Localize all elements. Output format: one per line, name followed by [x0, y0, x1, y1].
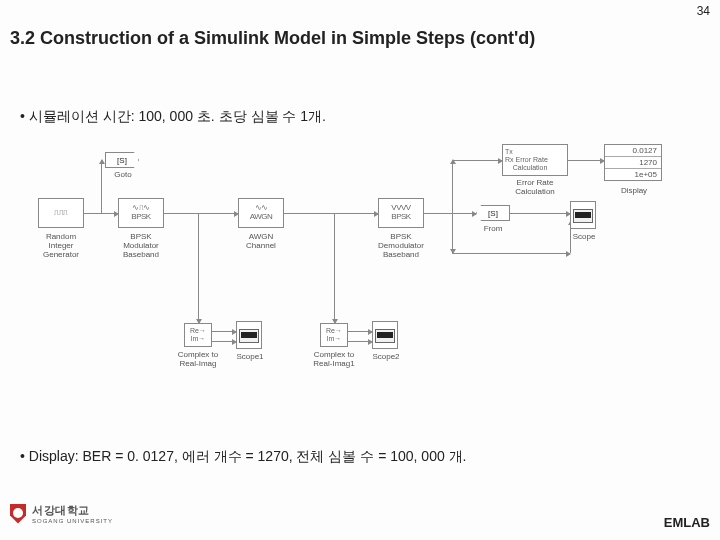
- wire: [334, 213, 335, 323]
- block-awgn: ∿∿AWGN: [238, 198, 284, 228]
- label-bpsk-mod: BPSK Modulator Baseband: [114, 232, 168, 260]
- wire: [348, 341, 372, 342]
- label-goto: Goto: [108, 170, 138, 179]
- block-random-integer: ⎍⎍⎍: [38, 198, 84, 228]
- block-goto: [S]: [105, 152, 139, 168]
- bullet-display-result: Display: BER = 0. 0127, 에러 개수 = 1270, 전체…: [20, 448, 467, 466]
- page-number: 34: [697, 4, 710, 18]
- noise-icon: ∿∿AWGN: [250, 204, 273, 222]
- label-random-integer: Random Integer Generator: [34, 232, 88, 260]
- wire: [198, 213, 199, 323]
- label-awgn: AWGN Channel: [234, 232, 288, 250]
- label-scope: Scope: [566, 232, 602, 241]
- scope-icon: [239, 329, 259, 343]
- block-bpsk-mod: ∿⎍∿BPSK: [118, 198, 164, 228]
- wire: [284, 213, 378, 214]
- wire: [568, 160, 604, 161]
- block-from: [S]: [476, 205, 510, 221]
- wire: [452, 253, 570, 254]
- slide-heading: 3.2 Construction of a Simulink Model in …: [10, 28, 710, 49]
- block-display: 0.0127 1270 1e+05: [604, 144, 662, 181]
- block-bpsk-demod: VVVVBPSK: [378, 198, 424, 228]
- wire: [452, 160, 502, 161]
- label-error-rate: Error Rate Calculation: [508, 178, 562, 196]
- block-scope2: [372, 321, 398, 349]
- label-scope1: Scope1: [232, 352, 268, 361]
- simulink-diagram: ⎍⎍⎍ Random Integer Generator [S] Goto ∿⎍…: [38, 138, 680, 426]
- label-cri1: Complex to Real-Imag: [170, 350, 226, 368]
- from-tag: [S]: [488, 209, 498, 218]
- wire: [424, 213, 476, 214]
- label-from: From: [478, 224, 508, 233]
- wire: [510, 213, 570, 214]
- label-display: Display: [614, 186, 654, 195]
- square-wave-icon: ⎍⎍⎍: [54, 209, 68, 218]
- label-scope2: Scope2: [368, 352, 404, 361]
- block-scope: [570, 201, 596, 229]
- label-cri2: Complex to Real-Imag1: [306, 350, 362, 368]
- bullet-sim-time: 시뮬레이션 시간: 100, 000 초. 초당 심볼 수 1개.: [20, 108, 326, 126]
- display-value-ber: 0.0127: [605, 145, 661, 157]
- scope-icon: [573, 209, 593, 223]
- bpsk-wave-icon: ∿⎍∿BPSK: [131, 204, 150, 222]
- wire: [452, 160, 453, 213]
- footer-lab: EMLAB: [664, 515, 710, 530]
- wire: [212, 341, 236, 342]
- display-value-errors: 1270: [605, 157, 661, 169]
- university-name-en: SOGANG UNIVERSITY: [32, 518, 113, 524]
- goto-tag: [S]: [117, 156, 127, 165]
- block-complex-to-real-imag-1: Re→Im→: [184, 323, 212, 347]
- label-bpsk-demod: BPSK Demodulator Baseband: [370, 232, 432, 260]
- wire: [212, 331, 236, 332]
- wire: [101, 160, 102, 213]
- block-complex-to-real-imag-2: Re→Im→: [320, 323, 348, 347]
- wire: [452, 213, 453, 253]
- footer-university: 서강대학교 SOGANG UNIVERSITY: [10, 503, 113, 524]
- wire: [164, 213, 238, 214]
- bpsk-demod-icon: VVVVBPSK: [391, 204, 410, 222]
- scope-icon: [375, 329, 395, 343]
- university-shield-icon: [10, 504, 26, 524]
- wire: [348, 331, 372, 332]
- block-error-rate-calc: TxRx Error Rate Calculation: [502, 144, 568, 176]
- block-scope1: [236, 321, 262, 349]
- university-name-kr: 서강대학교: [32, 503, 113, 518]
- display-value-symbols: 1e+05: [605, 169, 661, 180]
- wire: [84, 213, 118, 214]
